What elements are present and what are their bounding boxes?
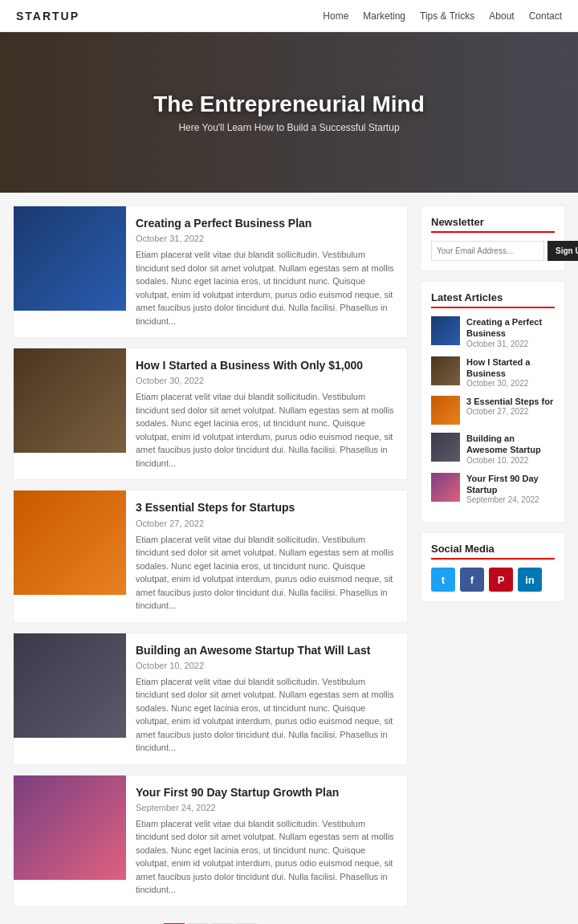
hero-title: The Entrepreneurial Mind bbox=[153, 92, 425, 117]
la-date: October 10, 2022 bbox=[466, 456, 555, 465]
nav-about[interactable]: About bbox=[489, 10, 514, 22]
post-content: Building an Awesome Startup That Will La… bbox=[126, 633, 407, 764]
la-date: October 30, 2022 bbox=[466, 379, 555, 388]
post-date: September 24, 2022 bbox=[136, 803, 397, 812]
la-text: Building an Awesome Startup October 10, … bbox=[466, 433, 555, 465]
latest-article-item: Creating a Perfect Business October 31, … bbox=[431, 316, 555, 348]
latest-articles-title: Latest Articles bbox=[431, 291, 555, 308]
nav-links: Home Marketing Tips & Tricks About Conta… bbox=[323, 10, 562, 22]
newsletter-signup-button[interactable]: Sign Up bbox=[547, 241, 578, 261]
social-title: Social Media bbox=[431, 543, 555, 560]
la-title[interactable]: 3 Essential Steps for bbox=[466, 396, 553, 407]
la-image bbox=[431, 316, 460, 345]
hero-subtitle: Here You'll Learn How to Build a Success… bbox=[178, 122, 399, 133]
la-date: October 31, 2022 bbox=[466, 340, 555, 348]
linkedin-icon[interactable]: in bbox=[518, 568, 542, 592]
latest-articles-widget: Latest Articles Creating a Perfect Busin… bbox=[421, 281, 565, 523]
social-icons-row: t f P in bbox=[431, 568, 555, 592]
post-excerpt: Etiam placerat velit vitae dui blandit s… bbox=[136, 675, 397, 755]
post-title[interactable]: 3 Essential Steps for Startups bbox=[136, 500, 397, 515]
post-content: Creating a Perfect Business Plan October… bbox=[126, 206, 407, 337]
post-content: 3 Essential Steps for Startups October 2… bbox=[126, 490, 407, 621]
la-date: September 24, 2022 bbox=[466, 495, 555, 504]
nav-home[interactable]: Home bbox=[323, 10, 348, 22]
post-title[interactable]: Building an Awesome Startup That Will La… bbox=[136, 643, 397, 657]
hero-section: The Entrepreneurial Mind Here You'll Lea… bbox=[0, 32, 578, 193]
latest-article-item: Your First 90 Day Startup September 24, … bbox=[431, 473, 555, 505]
post-title[interactable]: How I Started a Business With Only $1,00… bbox=[136, 358, 397, 372]
la-title[interactable]: Your First 90 Day Startup bbox=[466, 473, 555, 496]
post-date: October 10, 2022 bbox=[136, 661, 397, 670]
post-excerpt: Etiam placerat velit vitae dui blandit s… bbox=[136, 533, 397, 613]
post-title[interactable]: Creating a Perfect Business Plan bbox=[136, 216, 397, 230]
la-title[interactable]: Creating a Perfect Business bbox=[466, 316, 555, 340]
post-image bbox=[14, 490, 126, 595]
la-image bbox=[431, 473, 460, 502]
post-image bbox=[14, 775, 126, 880]
post-image bbox=[14, 348, 126, 453]
post-image bbox=[14, 633, 126, 738]
post-content: How I Started a Business With Only $1,00… bbox=[126, 348, 407, 479]
latest-article-item: Building an Awesome Startup October 10, … bbox=[431, 433, 555, 465]
nav-contact[interactable]: Contact bbox=[529, 10, 562, 22]
twitter-icon[interactable]: t bbox=[431, 568, 455, 592]
la-title[interactable]: Building an Awesome Startup bbox=[466, 433, 555, 456]
newsletter-widget: Newsletter Sign Up bbox=[421, 206, 565, 271]
newsletter-email-input[interactable] bbox=[431, 241, 544, 261]
post-date: October 31, 2022 bbox=[136, 234, 397, 243]
post-title[interactable]: Your First 90 Day Startup Growth Plan bbox=[136, 785, 397, 800]
la-text: Creating a Perfect Business October 31, … bbox=[466, 316, 555, 348]
la-text: 3 Essential Steps for October 27, 2022 bbox=[466, 396, 553, 416]
nav-tips[interactable]: Tips & Tricks bbox=[420, 10, 474, 22]
facebook-icon[interactable]: f bbox=[460, 568, 484, 592]
posts-column: Creating a Perfect Business Plan October… bbox=[13, 206, 408, 924]
la-title[interactable]: How I Started a Business bbox=[466, 356, 555, 380]
post-excerpt: Etiam placerat velit vitae dui blandit s… bbox=[136, 817, 397, 897]
nav-logo[interactable]: STARTUP bbox=[16, 10, 79, 22]
newsletter-title: Newsletter bbox=[431, 216, 555, 233]
post-card: How I Started a Business With Only $1,00… bbox=[13, 348, 408, 480]
post-excerpt: Etiam placerat velit vitae dui blandit s… bbox=[136, 248, 397, 328]
la-text: Your First 90 Day Startup September 24, … bbox=[466, 473, 555, 505]
latest-article-item: How I Started a Business October 30, 202… bbox=[431, 356, 555, 389]
nav-marketing[interactable]: Marketing bbox=[363, 10, 405, 22]
post-image bbox=[14, 206, 126, 311]
main-container: Creating a Perfect Business Plan October… bbox=[0, 193, 578, 924]
la-image bbox=[431, 356, 460, 385]
post-date: October 27, 2022 bbox=[136, 519, 397, 528]
pinterest-icon[interactable]: P bbox=[489, 568, 513, 592]
post-card: Building an Awesome Startup That Will La… bbox=[13, 633, 408, 765]
post-excerpt: Etiam placerat velit vitae dui blandit s… bbox=[136, 390, 397, 470]
post-card: Creating a Perfect Business Plan October… bbox=[13, 206, 408, 338]
post-card: Your First 90 Day Startup Growth Plan Se… bbox=[13, 775, 408, 907]
navbar: STARTUP Home Marketing Tips & Tricks Abo… bbox=[0, 0, 578, 32]
la-text: How I Started a Business October 30, 202… bbox=[466, 356, 555, 389]
social-media-widget: Social Media t f P in bbox=[421, 532, 565, 602]
la-image bbox=[431, 396, 460, 425]
post-date: October 30, 2022 bbox=[136, 376, 397, 385]
newsletter-form: Sign Up bbox=[431, 241, 555, 261]
la-image bbox=[431, 433, 460, 462]
post-card: 3 Essential Steps for Startups October 2… bbox=[13, 490, 408, 622]
post-content: Your First 90 Day Startup Growth Plan Se… bbox=[126, 775, 407, 906]
la-date: October 27, 2022 bbox=[466, 407, 553, 416]
sidebar: Newsletter Sign Up Latest Articles Creat… bbox=[421, 206, 565, 924]
latest-article-item: 3 Essential Steps for October 27, 2022 bbox=[431, 396, 555, 425]
